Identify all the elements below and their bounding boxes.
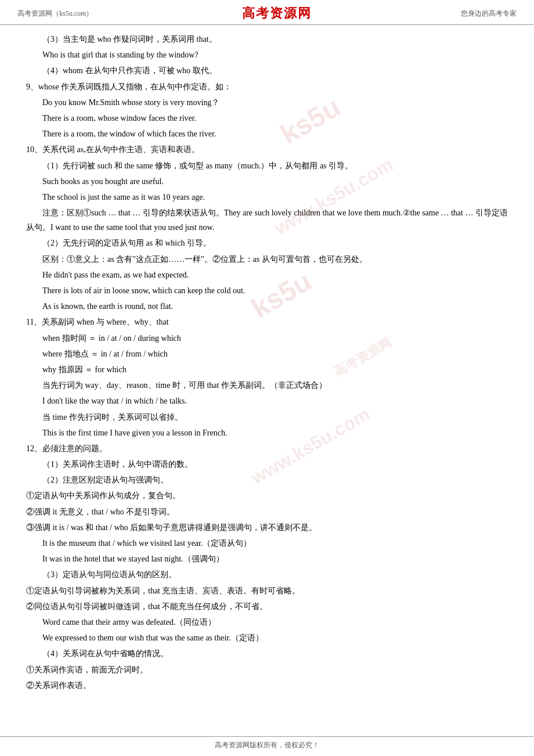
header-right: 您身边的高考专家 <box>461 9 517 19</box>
para-12: 12、必须注意的问题。 <box>26 441 508 456</box>
para-time-ex: This is the first time I have given you … <box>26 426 508 440</box>
para-12-4-1: ①关系词作宾语，前面无介词时。 <box>26 663 508 677</box>
para-10-ex1: Such books as you bought are useful. <box>26 174 508 189</box>
footer-text: 高考资源网版权所有，侵权必究！ <box>215 741 319 749</box>
para-ex4: There is lots of air in loose snow, whic… <box>26 283 508 298</box>
para-9-ex2: There is a room, whose window faces the … <box>26 111 508 125</box>
para-way: 当先行词为 way、day、reason、time 时，可用 that 作关系副… <box>26 378 508 393</box>
para-where: where 指地点 ＝ in / at / from / which <box>26 347 508 361</box>
footer: 高考资源网版权所有，侵权必究！ <box>0 736 534 750</box>
header-left: 高考资源网（ks5u.com） <box>17 9 93 19</box>
para-ex3: He didn't pass the exam, as we had expec… <box>26 268 508 282</box>
para-9: 9、whose 作关系词既指人又指物，在从句中作定语。如： <box>26 80 508 94</box>
para-3: （3）当主句是 who 作疑问词时，关系词用 that。 <box>26 32 508 46</box>
para-12-2-1: ①定语从句中关系词作从句成分，复合句。 <box>26 488 508 503</box>
main-content: （3）当主句是 who 作疑问词时，关系词用 that。 Who is that… <box>0 25 534 717</box>
para-10-1: （1）先行词被 such 和 the same 修饰，或句型 as many（m… <box>26 159 508 173</box>
para-why: why 指原因 ＝ for which <box>26 362 508 377</box>
para-10-2: （2）无先行词的定语从句用 as 和 which 引导。 <box>26 236 508 250</box>
para-way-ex: I don't like the way that / in which / h… <box>26 394 508 408</box>
para-when: when 指时间 ＝ in / at / on / during which <box>26 331 508 345</box>
para-11: 11、关系副词 when 与 where、why、that <box>26 315 508 329</box>
para-12-3-2: ②同位语从句引导词被叫做连词，that 不能充当任何成分，不可省。 <box>26 599 508 614</box>
para-time: 当 time 作先行词时，关系词可以省掉。 <box>26 410 508 424</box>
para-distinction: 区别：①意义上：as 含有"这点正如……一样"。②位置上：as 从句可置句首，也… <box>26 252 508 267</box>
para-ex-word: Word came that their army was defeated.（… <box>26 615 508 629</box>
para-ex-hotel: It was in the hotel that we stayed last … <box>26 552 508 566</box>
para-note: 注意：区别①such … that … 引导的结果状语从句。They are s… <box>26 206 508 235</box>
para-12-4: （4）关系词在从句中省略的情况。 <box>26 646 508 661</box>
header-center: 高考资源网 <box>242 5 312 22</box>
para-12-3-1: ①定语从句引导词被称为关系词，that 充当主语、宾语、表语。有时可省略。 <box>26 584 508 598</box>
para-12-2: （2）注意区别定语从句与强调句。 <box>26 473 508 487</box>
para-12-2-2: ②强调 it 无意义，that / who 不是引导词。 <box>26 505 508 519</box>
page-container: 高考资源网（ks5u.com） 高考资源网 您身边的高考专家 ks5u www.… <box>0 0 534 756</box>
header: 高考资源网（ks5u.com） 高考资源网 您身边的高考专家 <box>0 0 534 25</box>
para-ex-museum: It is the museum that / which we visited… <box>26 536 508 550</box>
para-12-4-2: ②关系词作表语。 <box>26 678 508 693</box>
para-9-ex3: There is a room, the window of which fac… <box>26 127 508 141</box>
para-12-2-3: ③强调 it is / was 和 that / who 后如果句子意思讲得通则… <box>26 520 508 535</box>
para-12-3: （3）定语从句与同位语从句的区别。 <box>26 567 508 582</box>
para-4: （4）whom 在从句中只作宾语，可被 who 取代。 <box>26 63 508 78</box>
para-ex5: As is known, the earth is round, not fla… <box>26 299 508 314</box>
para-12-1: （1）关系词作主语时，从句中谓语的数。 <box>26 457 508 471</box>
para-9-ex1: Do you know Mr.Smith whose story is very… <box>26 95 508 110</box>
para-ex-wish: We expressed to them our wish that was t… <box>26 631 508 645</box>
para-10-ex2: The school is just the same as it was 10… <box>26 190 508 204</box>
para-10: 10、关系代词 as,在从句中作主语、宾语和表语。 <box>26 142 508 157</box>
para-3-example: Who is that girl that is standing by the… <box>26 48 508 62</box>
